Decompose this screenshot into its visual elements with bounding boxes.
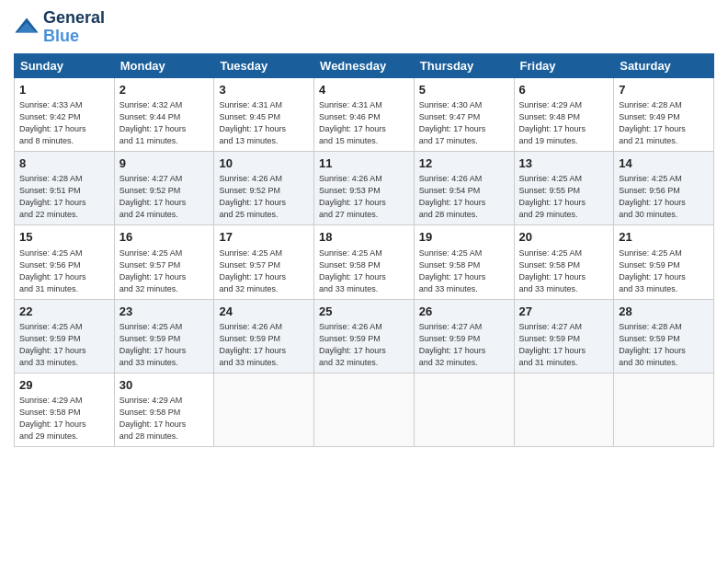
calendar-day-cell: 8Sunrise: 4:28 AM Sunset: 9:51 PM Daylig…	[15, 151, 115, 224]
calendar-day-cell: 5Sunrise: 4:30 AM Sunset: 9:47 PM Daylig…	[414, 77, 514, 151]
calendar-table: SundayMondayTuesdayWednesdayThursdayFrid…	[14, 53, 714, 448]
calendar-day-header: Sunday	[15, 53, 115, 77]
day-info: Sunrise: 4:25 AM Sunset: 9:59 PM Dayligh…	[119, 321, 210, 369]
calendar-day-cell: 9Sunrise: 4:27 AM Sunset: 9:52 PM Daylig…	[114, 151, 214, 224]
calendar-day-cell: 3Sunrise: 4:31 AM Sunset: 9:45 PM Daylig…	[214, 77, 314, 151]
calendar-day-cell: 25Sunrise: 4:26 AM Sunset: 9:59 PM Dayli…	[314, 299, 415, 373]
calendar-day-cell: 6Sunrise: 4:29 AM Sunset: 9:48 PM Daylig…	[514, 77, 614, 151]
calendar-day-cell: 1Sunrise: 4:33 AM Sunset: 9:42 PM Daylig…	[15, 77, 115, 151]
day-number: 26	[419, 304, 509, 320]
calendar-day-cell: 16Sunrise: 4:25 AM Sunset: 9:57 PM Dayli…	[114, 225, 214, 299]
calendar-day-cell: 18Sunrise: 4:25 AM Sunset: 9:58 PM Dayli…	[314, 225, 415, 299]
day-number: 14	[619, 155, 709, 172]
day-number: 13	[519, 155, 609, 172]
day-info: Sunrise: 4:25 AM Sunset: 9:59 PM Dayligh…	[619, 247, 709, 295]
day-number: 22	[19, 304, 109, 320]
calendar-week-row: 1Sunrise: 4:33 AM Sunset: 9:42 PM Daylig…	[15, 77, 714, 151]
logo-icon	[14, 15, 40, 40]
calendar-day-cell	[214, 373, 314, 447]
day-number: 16	[119, 229, 210, 246]
calendar-day-cell: 11Sunrise: 4:26 AM Sunset: 9:53 PM Dayli…	[314, 151, 415, 224]
day-number: 23	[119, 304, 210, 320]
calendar-day-cell: 23Sunrise: 4:25 AM Sunset: 9:59 PM Dayli…	[114, 299, 214, 373]
calendar-day-header: Tuesday	[214, 53, 314, 77]
day-info: Sunrise: 4:33 AM Sunset: 9:42 PM Dayligh…	[19, 99, 109, 147]
day-info: Sunrise: 4:27 AM Sunset: 9:52 PM Dayligh…	[119, 173, 210, 221]
day-number: 30	[119, 377, 210, 394]
day-number: 24	[219, 304, 309, 320]
day-number: 27	[519, 304, 609, 320]
day-info: Sunrise: 4:28 AM Sunset: 9:51 PM Dayligh…	[19, 173, 109, 221]
day-info: Sunrise: 4:26 AM Sunset: 9:59 PM Dayligh…	[219, 321, 309, 369]
day-info: Sunrise: 4:28 AM Sunset: 9:59 PM Dayligh…	[619, 321, 709, 369]
calendar-day-cell: 15Sunrise: 4:25 AM Sunset: 9:56 PM Dayli…	[15, 225, 115, 299]
calendar-week-row: 22Sunrise: 4:25 AM Sunset: 9:59 PM Dayli…	[15, 299, 714, 373]
calendar-day-cell: 12Sunrise: 4:26 AM Sunset: 9:54 PM Dayli…	[414, 151, 514, 224]
calendar-day-cell: 4Sunrise: 4:31 AM Sunset: 9:46 PM Daylig…	[314, 77, 415, 151]
calendar-day-cell: 27Sunrise: 4:27 AM Sunset: 9:59 PM Dayli…	[514, 299, 614, 373]
day-info: Sunrise: 4:31 AM Sunset: 9:46 PM Dayligh…	[319, 99, 409, 147]
day-info: Sunrise: 4:26 AM Sunset: 9:52 PM Dayligh…	[219, 173, 309, 221]
day-number: 8	[19, 155, 109, 172]
day-info: Sunrise: 4:25 AM Sunset: 9:56 PM Dayligh…	[19, 247, 109, 295]
calendar-day-cell	[514, 373, 614, 447]
calendar-day-cell: 24Sunrise: 4:26 AM Sunset: 9:59 PM Dayli…	[214, 299, 314, 373]
calendar-day-header: Friday	[514, 53, 614, 77]
logo-text: General Blue	[43, 9, 105, 46]
calendar-day-cell: 22Sunrise: 4:25 AM Sunset: 9:59 PM Dayli…	[15, 299, 115, 373]
day-info: Sunrise: 4:27 AM Sunset: 9:59 PM Dayligh…	[419, 321, 509, 369]
day-number: 6	[519, 82, 609, 98]
day-info: Sunrise: 4:25 AM Sunset: 9:58 PM Dayligh…	[519, 247, 609, 295]
day-number: 3	[219, 82, 309, 98]
day-info: Sunrise: 4:25 AM Sunset: 9:58 PM Dayligh…	[319, 247, 409, 295]
day-number: 15	[19, 229, 109, 246]
calendar-day-cell: 28Sunrise: 4:28 AM Sunset: 9:59 PM Dayli…	[614, 299, 714, 373]
day-number: 18	[319, 229, 409, 246]
day-number: 28	[619, 304, 709, 320]
day-number: 1	[19, 82, 109, 98]
day-info: Sunrise: 4:30 AM Sunset: 9:47 PM Dayligh…	[419, 99, 509, 147]
day-info: Sunrise: 4:29 AM Sunset: 9:58 PM Dayligh…	[119, 395, 210, 442]
day-number: 10	[219, 155, 309, 172]
calendar-day-cell: 7Sunrise: 4:28 AM Sunset: 9:49 PM Daylig…	[614, 77, 714, 151]
day-info: Sunrise: 4:29 AM Sunset: 9:48 PM Dayligh…	[519, 99, 609, 147]
day-info: Sunrise: 4:26 AM Sunset: 9:53 PM Dayligh…	[319, 173, 409, 221]
calendar-week-row: 29Sunrise: 4:29 AM Sunset: 9:58 PM Dayli…	[15, 373, 714, 447]
calendar-day-header: Thursday	[414, 53, 514, 77]
calendar-day-cell: 14Sunrise: 4:25 AM Sunset: 9:56 PM Dayli…	[614, 151, 714, 224]
day-info: Sunrise: 4:27 AM Sunset: 9:59 PM Dayligh…	[519, 321, 609, 369]
day-info: Sunrise: 4:25 AM Sunset: 9:58 PM Dayligh…	[419, 247, 509, 295]
day-info: Sunrise: 4:26 AM Sunset: 9:54 PM Dayligh…	[419, 173, 509, 221]
calendar-day-header: Saturday	[614, 53, 714, 77]
day-info: Sunrise: 4:26 AM Sunset: 9:59 PM Dayligh…	[319, 321, 409, 369]
logo: General Blue	[14, 9, 105, 46]
day-number: 2	[119, 82, 210, 98]
day-number: 4	[319, 82, 409, 98]
calendar-day-header: Monday	[114, 53, 214, 77]
day-info: Sunrise: 4:25 AM Sunset: 9:59 PM Dayligh…	[19, 321, 109, 369]
day-number: 11	[319, 155, 409, 172]
calendar-day-cell	[314, 373, 415, 447]
header: General Blue	[14, 9, 714, 46]
day-info: Sunrise: 4:28 AM Sunset: 9:49 PM Dayligh…	[619, 99, 709, 147]
day-number: 12	[419, 155, 509, 172]
day-info: Sunrise: 4:25 AM Sunset: 9:57 PM Dayligh…	[219, 247, 309, 295]
calendar-day-cell: 2Sunrise: 4:32 AM Sunset: 9:44 PM Daylig…	[114, 77, 214, 151]
calendar-day-cell	[414, 373, 514, 447]
day-info: Sunrise: 4:25 AM Sunset: 9:56 PM Dayligh…	[619, 173, 709, 221]
calendar-day-cell: 26Sunrise: 4:27 AM Sunset: 9:59 PM Dayli…	[414, 299, 514, 373]
day-number: 7	[619, 82, 709, 98]
day-number: 5	[419, 82, 509, 98]
day-number: 20	[519, 229, 609, 246]
day-info: Sunrise: 4:29 AM Sunset: 9:58 PM Dayligh…	[19, 395, 109, 442]
day-number: 29	[19, 377, 109, 394]
day-number: 19	[419, 229, 509, 246]
calendar-day-cell: 20Sunrise: 4:25 AM Sunset: 9:58 PM Dayli…	[514, 225, 614, 299]
calendar-day-cell: 29Sunrise: 4:29 AM Sunset: 9:58 PM Dayli…	[15, 373, 115, 447]
calendar-day-cell: 30Sunrise: 4:29 AM Sunset: 9:58 PM Dayli…	[114, 373, 214, 447]
calendar-day-cell: 17Sunrise: 4:25 AM Sunset: 9:57 PM Dayli…	[214, 225, 314, 299]
day-number: 9	[119, 155, 210, 172]
day-number: 17	[219, 229, 309, 246]
calendar-week-row: 15Sunrise: 4:25 AM Sunset: 9:56 PM Dayli…	[15, 225, 714, 299]
calendar-week-row: 8Sunrise: 4:28 AM Sunset: 9:51 PM Daylig…	[15, 151, 714, 224]
